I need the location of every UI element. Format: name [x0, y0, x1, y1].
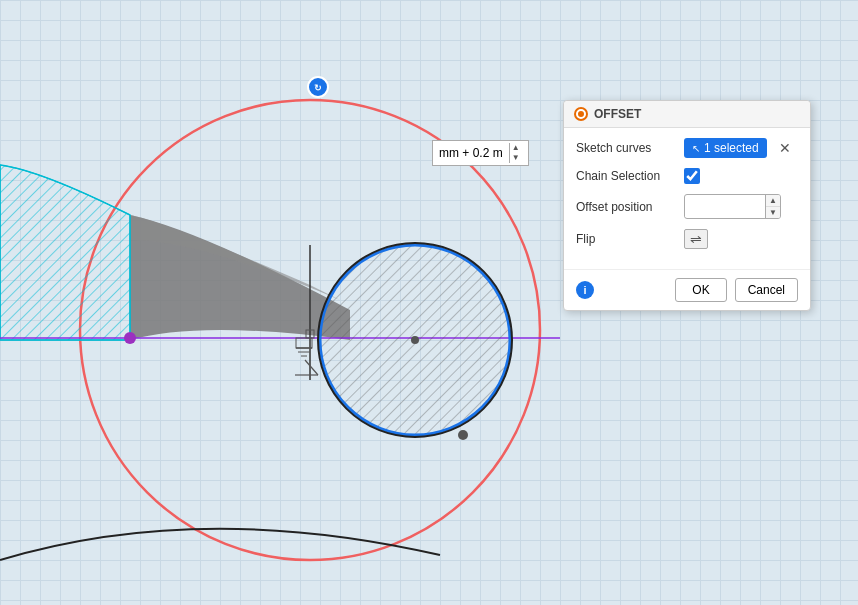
spin-up[interactable]: ▲ — [510, 143, 522, 153]
sketch-curves-row: Sketch curves ↖ 1 selected ✕ — [576, 138, 798, 158]
offset-spin-down[interactable]: ▼ — [766, 207, 780, 218]
flip-row: Flip ⇌ — [576, 229, 798, 249]
svg-text:↻: ↻ — [314, 83, 322, 93]
cursor-icon: ↖ — [692, 143, 700, 154]
offset-position-spin: ▲ ▼ — [765, 195, 780, 218]
offset-spin[interactable]: ▲ ▼ — [509, 143, 522, 163]
offset-position-label: Offset position — [576, 200, 676, 214]
flip-button[interactable]: ⇌ — [684, 229, 708, 249]
selected-button[interactable]: ↖ 1 selected — [684, 138, 767, 158]
offset-position-input[interactable]: 3+.2 mm — [685, 197, 765, 217]
panel-footer: i OK Cancel — [564, 269, 810, 310]
selected-count: 1 selected — [704, 141, 759, 155]
spin-down[interactable]: ▼ — [510, 153, 522, 163]
panel-body: Sketch curves ↖ 1 selected ✕ Chain Selec… — [564, 128, 810, 269]
offset-position-input-group: 3+.2 mm ▲ ▼ — [684, 194, 781, 219]
offset-icon — [574, 107, 588, 121]
clear-selection-button[interactable]: ✕ — [775, 140, 795, 156]
offset-panel: OFFSET Sketch curves ↖ 1 selected ✕ Chai… — [563, 100, 811, 311]
panel-title: OFFSET — [594, 107, 641, 121]
offset-input-label[interactable]: mm + 0.2 m ▲ ▼ — [432, 140, 529, 166]
offset-spin-up[interactable]: ▲ — [766, 195, 780, 207]
chain-selection-checkbox[interactable] — [684, 168, 700, 184]
panel-header: OFFSET — [564, 101, 810, 128]
chain-selection-row: Chain Selection — [576, 168, 798, 184]
ok-button[interactable]: OK — [675, 278, 726, 302]
chain-selection-label: Chain Selection — [576, 169, 676, 183]
svg-point-20 — [458, 430, 468, 440]
flip-label: Flip — [576, 232, 676, 246]
cancel-button[interactable]: Cancel — [735, 278, 798, 302]
sketch-curves-label: Sketch curves — [576, 141, 676, 155]
offset-input-text: mm + 0.2 m — [439, 146, 503, 160]
info-button[interactable]: i — [576, 281, 594, 299]
svg-line-12 — [305, 360, 318, 375]
svg-point-19 — [124, 332, 136, 344]
offset-position-row: Offset position 3+.2 mm ▲ ▼ — [576, 194, 798, 219]
svg-point-15 — [411, 336, 419, 344]
